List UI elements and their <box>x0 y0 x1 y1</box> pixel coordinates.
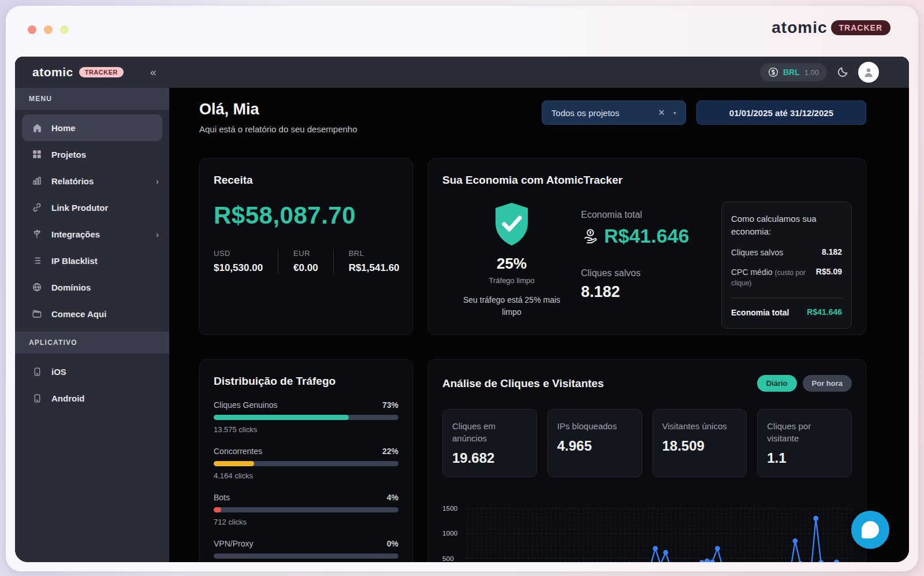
toggle-daily[interactable]: Diário <box>757 375 797 392</box>
close-window-button[interactable] <box>28 25 36 34</box>
sidebar: MENU Home Projetos <box>15 88 169 562</box>
currency-label: BRL <box>349 249 400 258</box>
smartphone-icon <box>31 367 43 377</box>
sidebar-item-ios[interactable]: iOS <box>15 358 169 385</box>
currency-value: R$1,541.60 <box>349 262 400 274</box>
sidebar-item-label: iOS <box>51 367 66 377</box>
grid-icon <box>31 149 43 159</box>
traffic-row-label: Concorrentes <box>214 447 262 456</box>
stat-label: IPs bloqueados <box>557 420 632 432</box>
calc-total-value: R$41.646 <box>807 307 842 317</box>
calc-panel-title: Como calculamos sua economia: <box>731 213 842 238</box>
usb-icon <box>31 229 43 239</box>
sidebar-item-dominios[interactable]: Domínios <box>15 274 169 300</box>
traffic-distribution-card: Distribuição de Tráfego Cliques Genuinos… <box>199 359 413 562</box>
stat-value: 19.682 <box>452 450 527 466</box>
sidebar-item-projetos[interactable]: Projetos <box>15 141 169 168</box>
cards-row-2: Distribuição de Tráfego Cliques Genuinos… <box>199 359 866 562</box>
sidebar-item-integracoes[interactable]: Integrações › <box>15 221 169 247</box>
clear-filter-icon[interactable]: ✕ <box>658 107 665 118</box>
clean-traffic-pct: 25% <box>442 255 581 273</box>
page-header: Olá, Mia Aqui está o relatório do seu de… <box>199 101 866 134</box>
progress-track <box>214 415 398 420</box>
revenue-breakdown: USD $10,530.00 EUR €0.00 BRL R$1,541.60 <box>214 249 398 274</box>
clean-traffic-desc: Seu tráfego está 25% mais limpo <box>442 294 581 318</box>
saved-clicks-label: Cliques salvos <box>581 268 721 278</box>
clapperboard-icon <box>31 309 43 319</box>
currency-selector[interactable]: BRL 1.00 <box>760 63 827 81</box>
project-filter-value: Todos os projetos <box>552 108 620 118</box>
sidebar-item-label: Link Produtor <box>51 203 108 213</box>
page-subtitle: Aqui está o relatório do seu desempenho <box>199 124 357 134</box>
calc-row-label: CPC médio (custo por clique) <box>731 267 813 288</box>
stat-boxes: Cliques em anúncios 19.682 IPs bloqueado… <box>442 409 852 477</box>
sidebar-item-android[interactable]: Android <box>15 385 169 411</box>
traffic-row-vpn: VPN/Proxy0% 89 clicks <box>214 539 398 562</box>
traffic-row-clicks: 13.575 clicks <box>214 425 398 434</box>
brand-badge: TRACKER <box>831 20 891 35</box>
svg-text:500: 500 <box>442 555 454 562</box>
currency-rate: 1.00 <box>804 68 819 77</box>
bar-chart-icon <box>31 176 43 186</box>
cards-row-1: Receita R$58,087.70 USD $10,530.00 EUR €… <box>199 158 866 335</box>
stat-value: 18.509 <box>662 438 737 454</box>
sidebar-item-label: Domínios <box>51 283 91 292</box>
chevron-right-icon: › <box>156 176 159 186</box>
sidebar-item-label: Integrações <box>51 229 100 239</box>
minimize-window-button[interactable] <box>44 25 53 34</box>
dark-mode-toggle[interactable] <box>836 66 849 79</box>
sidebar-collapse-icon[interactable]: « <box>150 66 157 79</box>
savings-title: Sua Economia com AtomicTracker <box>442 174 852 187</box>
stat-unique-visitors: Visitantes únicos 18.509 <box>653 409 747 477</box>
stat-blocked-ips: IPs bloqueados 4.965 <box>547 409 642 477</box>
clean-traffic-label: Tráfego limpo <box>442 276 581 285</box>
brand-logo: atomic TRACKER <box>772 18 891 37</box>
progress-track <box>214 461 398 466</box>
savings-total-value: R$41.646 <box>604 225 689 247</box>
sidebar-logo: atomic TRACKER « <box>15 65 169 79</box>
stat-label: Visitantes únicos <box>662 420 737 432</box>
sidebar-nav-app: iOS Android <box>15 354 169 416</box>
traffic-row-pct: 4% <box>387 493 398 502</box>
traffic-lights <box>28 25 69 34</box>
sidebar-item-comece-aqui[interactable]: Comece Aqui <box>15 300 169 327</box>
revenue-card: Receita R$58,087.70 USD $10,530.00 EUR €… <box>199 158 413 335</box>
traffic-row-clicks: 4.164 clicks <box>214 471 398 480</box>
toggle-hourly[interactable]: Por hora <box>803 375 852 392</box>
calc-row-value: 8.182 <box>822 247 842 257</box>
link-icon <box>31 202 43 213</box>
sidebar-section-aplicativo: APLICATIVO <box>15 332 169 354</box>
progress-fill <box>214 461 254 466</box>
sidebar-section-menu: MENU <box>15 88 169 110</box>
sidebar-item-ip-blacklist[interactable]: IP Blacklist <box>15 247 169 274</box>
saved-clicks-value: 8.182 <box>581 283 721 301</box>
sidebar-item-home[interactable]: Home <box>22 114 162 141</box>
currency-value: $10,530.00 <box>214 262 263 274</box>
analysis-title: Análise de Cliques e Visitantes <box>442 377 603 390</box>
calc-row-value: R$5.09 <box>816 267 842 276</box>
stat-value: 4.965 <box>557 438 632 454</box>
traffic-row-competitors: Concorrentes22% 4.164 clicks <box>214 447 398 480</box>
project-filter-select[interactable]: Todos os projetos ✕ ▾ <box>542 101 686 125</box>
chevron-right-icon: › <box>156 229 159 239</box>
sidebar-item-label: Projetos <box>51 150 86 159</box>
date-range-value: 01/01/2025 até 31/12/2025 <box>729 108 833 118</box>
brand-word: atomic <box>772 18 827 37</box>
traffic-title: Distribuição de Tráfego <box>214 375 398 388</box>
currency-label: EUR <box>293 249 318 258</box>
traffic-row-clicks: 712 clicks <box>214 518 398 526</box>
user-avatar[interactable] <box>858 62 879 83</box>
chat-widget-button[interactable] <box>851 511 889 549</box>
svg-text:1500: 1500 <box>442 504 458 512</box>
traffic-row-label: VPN/Proxy <box>214 539 253 548</box>
sidebar-item-label: IP Blacklist <box>51 256 98 266</box>
person-icon <box>867 68 871 72</box>
date-range-picker[interactable]: 01/01/2025 até 31/12/2025 <box>696 101 866 125</box>
app-window: atomic TRACKER atomic TRACKER « BRL 1.0 <box>6 6 918 571</box>
sidebar-item-link-produtor[interactable]: Link Produtor <box>15 194 169 221</box>
sidebar-item-relatorios[interactable]: Relatórios › <box>15 168 169 194</box>
zoom-window-button[interactable] <box>60 25 69 34</box>
main-content: Olá, Mia Aqui está o relatório do seu de… <box>169 88 909 562</box>
hand-coin-icon <box>581 228 598 245</box>
smartphone-icon <box>31 393 43 403</box>
